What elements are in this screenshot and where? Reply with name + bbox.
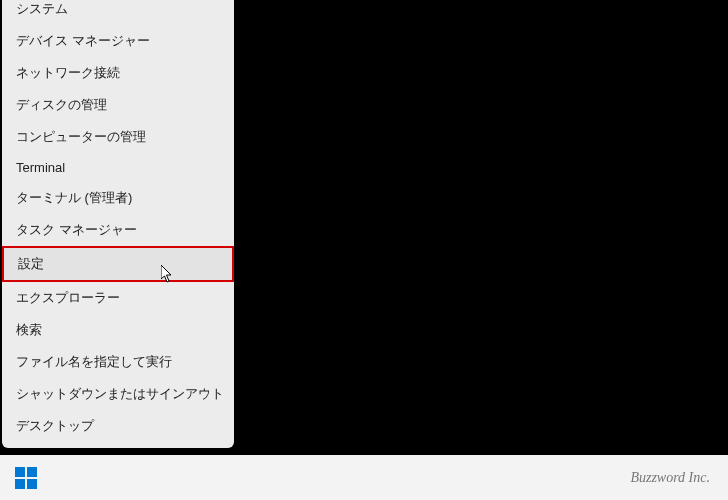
menu-item-label: Terminal — [16, 160, 65, 175]
screen: システム デバイス マネージャー ネットワーク接続 ディスクの管理 コンピュータ… — [0, 0, 728, 500]
menu-item-label: エクスプローラー — [16, 289, 120, 307]
svg-rect-0 — [15, 467, 25, 477]
start-button[interactable] — [12, 464, 40, 492]
menu-item-device-manager[interactable]: デバイス マネージャー — [2, 25, 234, 57]
menu-item-label: シャットダウンまたはサインアウト — [16, 385, 224, 403]
menu-item-system[interactable]: システム — [2, 0, 234, 25]
brand-label: Buzzword Inc. — [630, 470, 716, 486]
chevron-right-icon: ❯ — [224, 388, 234, 401]
menu-item-label: 設定 — [18, 255, 44, 273]
menu-item-label: デバイス マネージャー — [16, 32, 150, 50]
windows-logo-icon — [15, 467, 37, 489]
menu-item-run[interactable]: ファイル名を指定して実行 — [2, 346, 234, 378]
menu-item-disk-management[interactable]: ディスクの管理 — [2, 89, 234, 121]
menu-item-desktop[interactable]: デスクトップ — [2, 410, 234, 442]
menu-item-settings[interactable]: 設定 — [2, 246, 234, 282]
menu-item-computer-management[interactable]: コンピューターの管理 — [2, 121, 234, 153]
menu-item-label: タスク マネージャー — [16, 221, 137, 239]
menu-item-label: システム — [16, 0, 68, 18]
taskbar: Buzzword Inc. — [0, 455, 728, 500]
svg-rect-2 — [15, 479, 25, 489]
menu-item-label: コンピューターの管理 — [16, 128, 146, 146]
menu-item-label: ネットワーク接続 — [16, 64, 120, 82]
menu-item-label: ファイル名を指定して実行 — [16, 353, 172, 371]
menu-item-search[interactable]: 検索 — [2, 314, 234, 346]
menu-item-shutdown-signout[interactable]: シャットダウンまたはサインアウト ❯ — [2, 378, 234, 410]
menu-item-label: 検索 — [16, 321, 42, 339]
winx-context-menu: システム デバイス マネージャー ネットワーク接続 ディスクの管理 コンピュータ… — [2, 0, 234, 448]
menu-item-label: ターミナル (管理者) — [16, 189, 132, 207]
menu-item-terminal-admin[interactable]: ターミナル (管理者) — [2, 182, 234, 214]
menu-item-label: デスクトップ — [16, 417, 94, 435]
menu-item-explorer[interactable]: エクスプローラー — [2, 282, 234, 314]
svg-rect-3 — [27, 479, 37, 489]
menu-item-terminal[interactable]: Terminal — [2, 153, 234, 182]
menu-item-task-manager[interactable]: タスク マネージャー — [2, 214, 234, 246]
menu-item-label: ディスクの管理 — [16, 96, 107, 114]
menu-item-network-connections[interactable]: ネットワーク接続 — [2, 57, 234, 89]
svg-rect-1 — [27, 467, 37, 477]
